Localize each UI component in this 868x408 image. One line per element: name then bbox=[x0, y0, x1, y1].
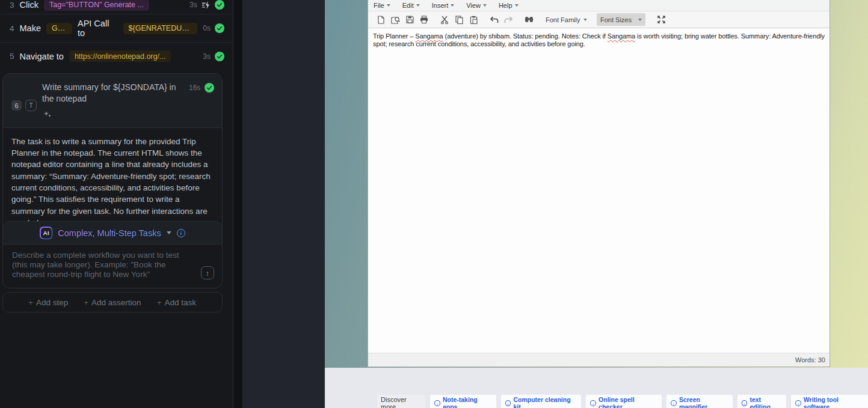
misspelled-word: Sangama bbox=[608, 32, 635, 40]
circle-down-arrow-icon: ↓ bbox=[671, 400, 677, 406]
notepad-statusbar: Words: 30 bbox=[368, 353, 830, 367]
complex-tasks-header[interactable]: AI Complex, Multi-Step Tasks i bbox=[3, 222, 222, 245]
browser-viewport: File Edit Insert View Help bbox=[325, 0, 868, 408]
http-method-badge[interactable]: GET bbox=[46, 23, 72, 34]
circle-down-arrow-icon: ↓ bbox=[795, 400, 801, 406]
info-icon[interactable]: i bbox=[177, 229, 185, 237]
notepad-toolbar: Font Family Font Sizes bbox=[368, 11, 830, 28]
plus-icon: + bbox=[157, 298, 162, 307]
middle-panel bbox=[242, 0, 325, 408]
plus-icon: + bbox=[28, 298, 33, 307]
step-duration: 3s bbox=[203, 52, 211, 61]
chevron-down-icon bbox=[638, 19, 642, 21]
font-sizes-select[interactable]: Font Sizes bbox=[597, 13, 645, 26]
task-duration: 16s bbox=[189, 84, 200, 92]
check-circle-icon bbox=[215, 0, 224, 10]
cut-icon[interactable] bbox=[437, 13, 452, 26]
complex-tasks-card: AI Complex, Multi-Step Tasks i ↑ bbox=[2, 221, 223, 288]
print-icon[interactable] bbox=[417, 13, 431, 26]
notepad-editor: File Edit Insert View Help bbox=[368, 0, 830, 367]
step-duration: 0s bbox=[203, 24, 211, 32]
footer-link-writing-tool-software[interactable]: ↓ Writing tool software bbox=[791, 395, 868, 408]
preview-icon[interactable] bbox=[388, 13, 402, 26]
step-number: 4 bbox=[10, 24, 14, 33]
step-action: Navigate to bbox=[20, 52, 64, 61]
save-icon[interactable] bbox=[402, 13, 417, 26]
discover-more-label: Discover more bbox=[377, 395, 425, 408]
discover-more-row: Discover more ↓ Note-taking apps ↓ Compu… bbox=[377, 397, 868, 408]
redo-icon[interactable] bbox=[501, 13, 516, 26]
task-header[interactable]: 6 T Write summary for ${JSONDATA} in the… bbox=[3, 74, 222, 127]
step-action: Click bbox=[20, 0, 38, 10]
circle-down-arrow-icon: ↓ bbox=[742, 400, 748, 406]
add-step-button[interactable]: +Add step bbox=[28, 298, 68, 307]
menu-help[interactable]: Help bbox=[499, 2, 519, 9]
step-duration: 3s bbox=[189, 1, 197, 9]
footer-link-text-editing[interactable]: ↓ text editing bbox=[737, 395, 786, 408]
text-segment: Trip Planner – bbox=[373, 32, 415, 40]
task-type-chip: T bbox=[25, 100, 37, 111]
chevron-down-icon bbox=[515, 4, 519, 7]
fullscreen-icon[interactable] bbox=[654, 13, 668, 26]
check-circle-icon bbox=[205, 83, 214, 93]
bolt-lines-icon bbox=[202, 1, 211, 10]
text-segment: (adventure) by shibam. Status: pending. … bbox=[443, 32, 608, 40]
check-circle-icon bbox=[215, 52, 224, 61]
misspelled-word: Sangama bbox=[415, 32, 443, 40]
step-row-5[interactable]: 5 Navigate to https://onlinenotepad.org/… bbox=[0, 43, 233, 70]
find-replace-icon[interactable] bbox=[522, 13, 536, 26]
complex-tasks-body: ↑ bbox=[3, 245, 222, 288]
step-url-badge[interactable]: https://onlinenotepad.org/... bbox=[69, 50, 171, 62]
word-count: Words: 30 bbox=[795, 356, 825, 364]
chevron-down-icon bbox=[451, 4, 454, 7]
paste-icon[interactable] bbox=[466, 13, 481, 26]
step-row-4[interactable]: 4 Make GET API Call to ${GENRATEDURL} 0s bbox=[0, 14, 233, 42]
copy-icon[interactable] bbox=[452, 13, 466, 26]
add-actions-bar: +Add step +Add assertion +Add task bbox=[2, 292, 223, 312]
undo-icon[interactable] bbox=[487, 13, 501, 26]
submit-workflow-button[interactable]: ↑ bbox=[201, 266, 214, 279]
workflow-input[interactable] bbox=[3, 245, 222, 288]
chevron-down-icon bbox=[483, 4, 487, 7]
chevron-down-icon[interactable] bbox=[167, 231, 171, 234]
footer-link-online-spell-checker[interactable]: ↓ Online spell checker bbox=[586, 395, 662, 408]
menu-insert[interactable]: Insert bbox=[432, 2, 455, 9]
step-row-3[interactable]: 3 Click Tag="BUTTON" Generate ... 3s bbox=[0, 0, 233, 14]
task-title: Write summary for ${JSONDATA} in the not… bbox=[42, 82, 183, 105]
menu-file[interactable]: File bbox=[374, 2, 390, 9]
new-document-icon[interactable] bbox=[374, 13, 388, 26]
step-number: 3 bbox=[10, 1, 14, 10]
circle-down-arrow-icon: ↓ bbox=[590, 400, 596, 406]
footer-link-screen-magnifier[interactable]: ↓ Screen magnifier bbox=[666, 395, 733, 408]
circle-down-arrow-icon: ↓ bbox=[505, 400, 511, 406]
step-target-badge[interactable]: ${GENRATEDURL} bbox=[123, 23, 198, 34]
step-action-suffix: API Call to bbox=[78, 19, 118, 38]
step-action: Make bbox=[20, 23, 41, 33]
test-steps-sidebar: 3 Click Tag="BUTTON" Generate ... 3s 4 M… bbox=[0, 0, 233, 408]
task-card: 6 T Write summary for ${JSONDATA} in the… bbox=[2, 73, 223, 238]
screen: 3 Click Tag="BUTTON" Generate ... 3s 4 M… bbox=[0, 0, 868, 408]
circle-down-arrow-icon: ↓ bbox=[434, 400, 440, 406]
check-circle-icon bbox=[215, 23, 224, 33]
chevron-down-icon bbox=[583, 19, 587, 21]
notepad-menubar: File Edit Insert View Help bbox=[368, 0, 830, 11]
add-assertion-button[interactable]: +Add assertion bbox=[84, 298, 141, 307]
plus-icon: + bbox=[84, 298, 88, 307]
menu-view[interactable]: View bbox=[466, 2, 487, 9]
task-number-chip: 6 bbox=[11, 100, 22, 111]
font-family-select[interactable]: Font Family bbox=[542, 13, 591, 26]
footer-link-computer-cleaning-kit[interactable]: ↓ Computer cleaning kit bbox=[501, 395, 582, 408]
sparkles-icon bbox=[43, 111, 52, 118]
step-target-badge[interactable]: Tag="BUTTON" Generate ... bbox=[44, 0, 149, 11]
menu-edit[interactable]: Edit bbox=[402, 2, 420, 9]
complex-tasks-title: Complex, Multi-Step Tasks bbox=[58, 228, 161, 238]
step-number: 5 bbox=[10, 52, 14, 61]
webpage-footer: Discover more ↓ Note-taking apps ↓ Compu… bbox=[325, 368, 868, 408]
document-text[interactable]: Trip Planner – Sangama (adventure) by sh… bbox=[368, 28, 830, 353]
ai-badge-icon: AI bbox=[40, 227, 52, 239]
add-task-button[interactable]: +Add task bbox=[157, 298, 196, 307]
chevron-down-icon bbox=[387, 4, 390, 7]
sidebar-scroll-gutter[interactable] bbox=[233, 0, 242, 408]
chevron-down-icon bbox=[416, 4, 420, 7]
footer-link-note-taking-apps[interactable]: ↓ Note-taking apps bbox=[430, 395, 496, 408]
